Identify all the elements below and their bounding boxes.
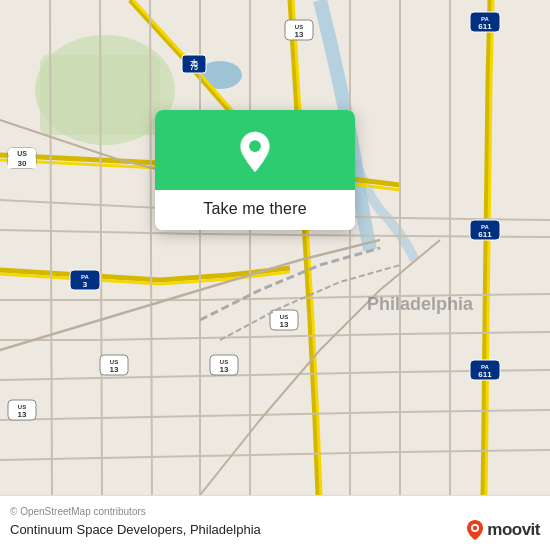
moovit-word-label: moovit [487, 520, 540, 540]
popup-card: Take me there [155, 110, 355, 230]
svg-text:13: 13 [280, 320, 289, 329]
svg-point-47 [249, 140, 261, 152]
svg-text:13: 13 [220, 365, 229, 374]
bottom-bar: © OpenStreetMap contributors Continuum S… [0, 495, 550, 550]
take-me-there-button[interactable]: Take me there [203, 200, 306, 218]
svg-text:13: 13 [18, 410, 27, 419]
svg-text:3: 3 [83, 280, 88, 289]
map-container: US 30 US 30 I 75 I 75 US 13 PA 611 PA 61… [0, 0, 550, 495]
svg-text:611: 611 [478, 370, 492, 379]
svg-text:30: 30 [18, 159, 27, 168]
svg-text:13: 13 [295, 30, 304, 39]
map-background: US 30 US 30 I 75 I 75 US 13 PA 611 PA 61… [0, 0, 550, 495]
svg-text:611: 611 [478, 230, 492, 239]
moovit-pin-icon [466, 519, 484, 541]
svg-point-49 [473, 525, 477, 529]
popup-bottom[interactable]: Take me there [155, 190, 355, 230]
location-row: Continuum Space Developers, Philadelphia… [10, 519, 540, 541]
svg-text:13: 13 [110, 365, 119, 374]
location-pin-icon [233, 130, 277, 174]
svg-text:Philadelphia: Philadelphia [367, 294, 474, 314]
attribution: © OpenStreetMap contributors [10, 506, 540, 517]
svg-text:US: US [17, 150, 27, 157]
location-text: Continuum Space Developers, Philadelphia [10, 522, 458, 537]
popup-top [155, 110, 355, 190]
moovit-logo: moovit [466, 519, 540, 541]
svg-text:75: 75 [190, 64, 198, 71]
svg-text:611: 611 [478, 22, 492, 31]
